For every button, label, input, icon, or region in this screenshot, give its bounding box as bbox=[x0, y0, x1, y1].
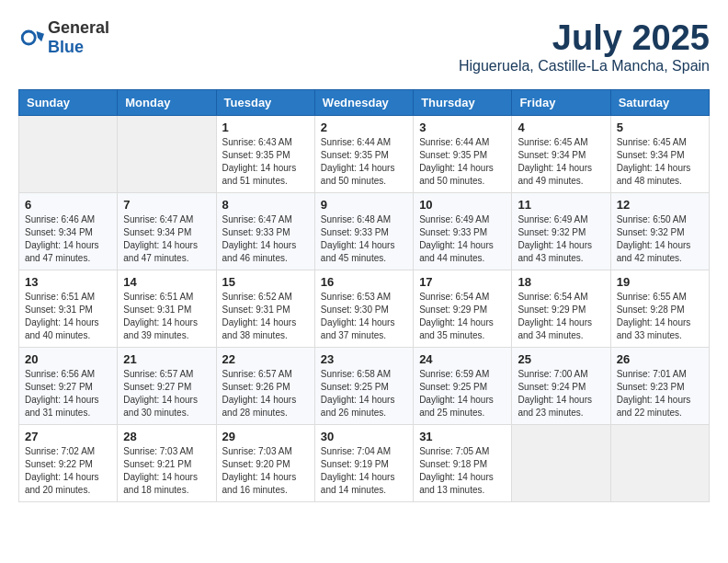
calendar-cell: 12Sunrise: 6:50 AMSunset: 9:32 PMDayligh… bbox=[610, 193, 709, 270]
day-info: Sunrise: 6:51 AMSunset: 9:31 PMDaylight:… bbox=[25, 291, 111, 342]
day-number: 1 bbox=[222, 121, 309, 134]
day-number: 24 bbox=[419, 352, 506, 366]
calendar-cell: 25Sunrise: 7:00 AMSunset: 9:24 PMDayligh… bbox=[512, 348, 610, 425]
calendar-week-row: 6Sunrise: 6:46 AMSunset: 9:34 PMDaylight… bbox=[19, 193, 710, 270]
calendar-cell bbox=[19, 116, 118, 193]
calendar-cell: 29Sunrise: 7:03 AMSunset: 9:20 PMDayligh… bbox=[216, 425, 314, 502]
day-info: Sunrise: 6:54 AMSunset: 9:29 PMDaylight:… bbox=[419, 291, 506, 342]
calendar-week-row: 13Sunrise: 6:51 AMSunset: 9:31 PMDayligh… bbox=[19, 270, 710, 348]
calendar-cell: 5Sunrise: 6:45 AMSunset: 9:34 PMDaylight… bbox=[610, 116, 709, 193]
day-number: 22 bbox=[222, 352, 309, 366]
calendar-cell: 30Sunrise: 7:04 AMSunset: 9:19 PMDayligh… bbox=[314, 425, 413, 502]
day-info: Sunrise: 7:00 AMSunset: 9:24 PMDaylight:… bbox=[518, 368, 604, 419]
day-number: 17 bbox=[419, 275, 506, 289]
day-info: Sunrise: 7:05 AMSunset: 9:18 PMDaylight:… bbox=[419, 445, 506, 497]
calendar-cell: 3Sunrise: 6:44 AMSunset: 9:35 PMDaylight… bbox=[414, 116, 512, 193]
day-number: 27 bbox=[25, 430, 111, 443]
day-number: 28 bbox=[123, 430, 210, 443]
day-number: 31 bbox=[419, 430, 506, 443]
logo-text: General Blue bbox=[48, 18, 109, 57]
weekday-header-friday: Friday bbox=[512, 90, 610, 116]
day-number: 26 bbox=[617, 352, 703, 366]
svg-marker-2 bbox=[37, 31, 44, 41]
day-info: Sunrise: 6:59 AMSunset: 9:25 PMDaylight:… bbox=[419, 368, 506, 419]
day-number: 2 bbox=[321, 121, 407, 134]
weekday-header-saturday: Saturday bbox=[610, 90, 709, 116]
calendar-cell: 24Sunrise: 6:59 AMSunset: 9:25 PMDayligh… bbox=[414, 348, 512, 425]
month-year-title: July 2025 bbox=[459, 18, 710, 58]
day-info: Sunrise: 7:03 AMSunset: 9:20 PMDaylight:… bbox=[222, 445, 309, 497]
day-number: 6 bbox=[25, 198, 111, 212]
day-number: 21 bbox=[123, 352, 210, 366]
day-number: 25 bbox=[518, 352, 604, 366]
calendar-cell: 21Sunrise: 6:57 AMSunset: 9:27 PMDayligh… bbox=[118, 348, 216, 425]
day-info: Sunrise: 6:48 AMSunset: 9:33 PMDaylight:… bbox=[321, 213, 407, 265]
day-number: 11 bbox=[518, 198, 604, 212]
calendar-cell: 11Sunrise: 6:49 AMSunset: 9:32 PMDayligh… bbox=[512, 193, 610, 270]
day-info: Sunrise: 6:56 AMSunset: 9:27 PMDaylight:… bbox=[25, 368, 111, 419]
calendar-cell: 13Sunrise: 6:51 AMSunset: 9:31 PMDayligh… bbox=[19, 270, 118, 348]
calendar-cell: 10Sunrise: 6:49 AMSunset: 9:33 PMDayligh… bbox=[414, 193, 512, 270]
page-header: General Blue July 2025 Higueruela, Casti… bbox=[18, 18, 710, 75]
day-number: 18 bbox=[518, 275, 604, 289]
day-number: 7 bbox=[123, 198, 210, 212]
calendar-cell: 15Sunrise: 6:52 AMSunset: 9:31 PMDayligh… bbox=[216, 270, 314, 348]
logo-general: General bbox=[48, 18, 109, 37]
day-number: 20 bbox=[25, 352, 111, 366]
weekday-header-monday: Monday bbox=[118, 90, 216, 116]
day-info: Sunrise: 6:47 AMSunset: 9:34 PMDaylight:… bbox=[123, 213, 210, 265]
day-info: Sunrise: 6:43 AMSunset: 9:35 PMDaylight:… bbox=[222, 136, 309, 188]
day-info: Sunrise: 6:53 AMSunset: 9:30 PMDaylight:… bbox=[321, 291, 407, 342]
weekday-header-sunday: Sunday bbox=[19, 90, 118, 116]
location-subtitle: Higueruela, Castille-La Mancha, Spain bbox=[459, 58, 710, 75]
day-info: Sunrise: 7:03 AMSunset: 9:21 PMDaylight:… bbox=[123, 445, 210, 497]
calendar-cell: 27Sunrise: 7:02 AMSunset: 9:22 PMDayligh… bbox=[19, 425, 118, 502]
calendar-cell bbox=[610, 425, 709, 502]
day-number: 29 bbox=[222, 430, 309, 443]
day-info: Sunrise: 7:01 AMSunset: 9:23 PMDaylight:… bbox=[617, 368, 703, 419]
day-number: 9 bbox=[321, 198, 407, 212]
day-number: 13 bbox=[25, 275, 111, 289]
calendar-cell: 19Sunrise: 6:55 AMSunset: 9:28 PMDayligh… bbox=[610, 270, 709, 348]
day-info: Sunrise: 6:49 AMSunset: 9:32 PMDaylight:… bbox=[518, 213, 604, 265]
day-info: Sunrise: 6:45 AMSunset: 9:34 PMDaylight:… bbox=[518, 136, 604, 188]
day-info: Sunrise: 6:51 AMSunset: 9:31 PMDaylight:… bbox=[123, 291, 210, 342]
calendar-cell: 23Sunrise: 6:58 AMSunset: 9:25 PMDayligh… bbox=[314, 348, 413, 425]
day-number: 16 bbox=[321, 275, 407, 289]
day-number: 8 bbox=[222, 198, 309, 212]
calendar-cell: 1Sunrise: 6:43 AMSunset: 9:35 PMDaylight… bbox=[216, 116, 314, 193]
calendar-cell bbox=[118, 116, 216, 193]
calendar-cell bbox=[512, 425, 610, 502]
day-number: 10 bbox=[419, 198, 506, 212]
day-number: 19 bbox=[617, 275, 703, 289]
day-info: Sunrise: 6:44 AMSunset: 9:35 PMDaylight:… bbox=[419, 136, 506, 188]
calendar-cell: 14Sunrise: 6:51 AMSunset: 9:31 PMDayligh… bbox=[118, 270, 216, 348]
calendar-cell: 17Sunrise: 6:54 AMSunset: 9:29 PMDayligh… bbox=[414, 270, 512, 348]
calendar-cell: 20Sunrise: 6:56 AMSunset: 9:27 PMDayligh… bbox=[19, 348, 118, 425]
logo-icon bbox=[18, 25, 44, 51]
day-info: Sunrise: 6:45 AMSunset: 9:34 PMDaylight:… bbox=[617, 136, 703, 188]
title-area: July 2025 Higueruela, Castille-La Mancha… bbox=[459, 18, 710, 75]
day-info: Sunrise: 6:52 AMSunset: 9:31 PMDaylight:… bbox=[222, 291, 309, 342]
day-number: 14 bbox=[123, 275, 210, 289]
day-info: Sunrise: 6:58 AMSunset: 9:25 PMDaylight:… bbox=[321, 368, 407, 419]
logo-blue: Blue bbox=[48, 38, 84, 56]
day-info: Sunrise: 7:04 AMSunset: 9:19 PMDaylight:… bbox=[321, 445, 407, 497]
day-number: 30 bbox=[321, 430, 407, 443]
calendar-cell: 26Sunrise: 7:01 AMSunset: 9:23 PMDayligh… bbox=[610, 348, 709, 425]
calendar-cell: 7Sunrise: 6:47 AMSunset: 9:34 PMDaylight… bbox=[118, 193, 216, 270]
day-info: Sunrise: 6:55 AMSunset: 9:28 PMDaylight:… bbox=[617, 291, 703, 342]
calendar-cell: 8Sunrise: 6:47 AMSunset: 9:33 PMDaylight… bbox=[216, 193, 314, 270]
weekday-header-wednesday: Wednesday bbox=[314, 90, 413, 116]
day-number: 4 bbox=[518, 121, 604, 134]
calendar-cell: 4Sunrise: 6:45 AMSunset: 9:34 PMDaylight… bbox=[512, 116, 610, 193]
calendar-cell: 28Sunrise: 7:03 AMSunset: 9:21 PMDayligh… bbox=[118, 425, 216, 502]
calendar-cell: 31Sunrise: 7:05 AMSunset: 9:18 PMDayligh… bbox=[414, 425, 512, 502]
calendar-week-row: 20Sunrise: 6:56 AMSunset: 9:27 PMDayligh… bbox=[19, 348, 710, 425]
day-info: Sunrise: 6:54 AMSunset: 9:29 PMDaylight:… bbox=[518, 291, 604, 342]
calendar-cell: 9Sunrise: 6:48 AMSunset: 9:33 PMDaylight… bbox=[314, 193, 413, 270]
day-info: Sunrise: 7:02 AMSunset: 9:22 PMDaylight:… bbox=[25, 445, 111, 497]
day-number: 3 bbox=[419, 121, 506, 134]
day-number: 5 bbox=[617, 121, 703, 134]
weekday-header-tuesday: Tuesday bbox=[216, 90, 314, 116]
